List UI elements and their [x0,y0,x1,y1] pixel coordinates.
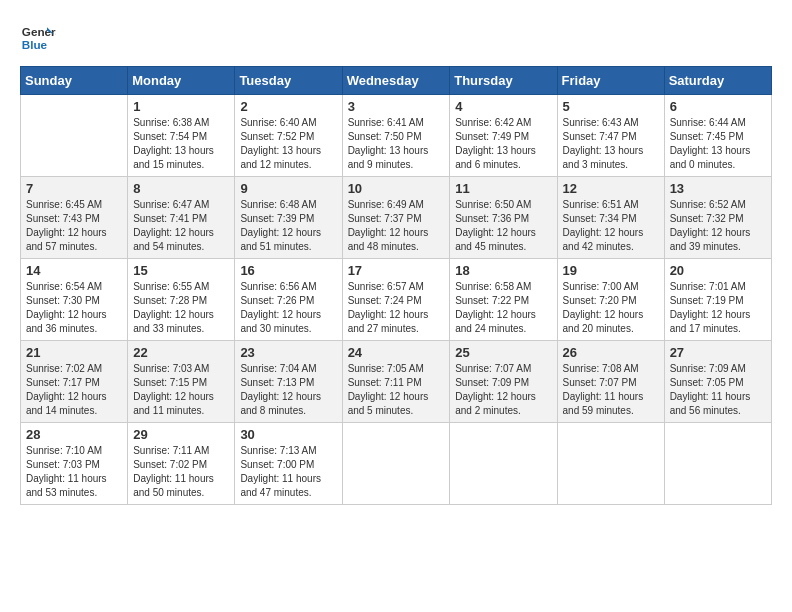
day-number: 24 [348,345,445,360]
calendar-cell: 30Sunrise: 7:13 AMSunset: 7:00 PMDayligh… [235,423,342,505]
day-info: Sunrise: 6:43 AMSunset: 7:47 PMDaylight:… [563,116,659,172]
day-info: Sunrise: 7:07 AMSunset: 7:09 PMDaylight:… [455,362,551,418]
calendar-cell: 1Sunrise: 6:38 AMSunset: 7:54 PMDaylight… [128,95,235,177]
day-number: 28 [26,427,122,442]
day-info: Sunrise: 6:49 AMSunset: 7:37 PMDaylight:… [348,198,445,254]
day-info: Sunrise: 6:44 AMSunset: 7:45 PMDaylight:… [670,116,766,172]
calendar-cell: 23Sunrise: 7:04 AMSunset: 7:13 PMDayligh… [235,341,342,423]
day-number: 3 [348,99,445,114]
calendar-cell: 3Sunrise: 6:41 AMSunset: 7:50 PMDaylight… [342,95,450,177]
day-info: Sunrise: 6:50 AMSunset: 7:36 PMDaylight:… [455,198,551,254]
day-info: Sunrise: 6:38 AMSunset: 7:54 PMDaylight:… [133,116,229,172]
day-info: Sunrise: 6:45 AMSunset: 7:43 PMDaylight:… [26,198,122,254]
day-number: 9 [240,181,336,196]
day-info: Sunrise: 6:42 AMSunset: 7:49 PMDaylight:… [455,116,551,172]
day-info: Sunrise: 6:40 AMSunset: 7:52 PMDaylight:… [240,116,336,172]
day-info: Sunrise: 6:41 AMSunset: 7:50 PMDaylight:… [348,116,445,172]
page-header: General Blue [20,20,772,56]
calendar-cell: 2Sunrise: 6:40 AMSunset: 7:52 PMDaylight… [235,95,342,177]
calendar-cell: 17Sunrise: 6:57 AMSunset: 7:24 PMDayligh… [342,259,450,341]
weekday-header-row: SundayMondayTuesdayWednesdayThursdayFrid… [21,67,772,95]
weekday-header: Sunday [21,67,128,95]
calendar-cell: 25Sunrise: 7:07 AMSunset: 7:09 PMDayligh… [450,341,557,423]
weekday-header: Wednesday [342,67,450,95]
day-number: 25 [455,345,551,360]
calendar-week-row: 21Sunrise: 7:02 AMSunset: 7:17 PMDayligh… [21,341,772,423]
day-number: 4 [455,99,551,114]
day-info: Sunrise: 6:51 AMSunset: 7:34 PMDaylight:… [563,198,659,254]
day-number: 12 [563,181,659,196]
calendar-cell [342,423,450,505]
day-number: 16 [240,263,336,278]
day-info: Sunrise: 7:04 AMSunset: 7:13 PMDaylight:… [240,362,336,418]
calendar-cell: 13Sunrise: 6:52 AMSunset: 7:32 PMDayligh… [664,177,771,259]
day-info: Sunrise: 7:13 AMSunset: 7:00 PMDaylight:… [240,444,336,500]
day-number: 15 [133,263,229,278]
calendar-cell: 15Sunrise: 6:55 AMSunset: 7:28 PMDayligh… [128,259,235,341]
weekday-header: Thursday [450,67,557,95]
day-number: 2 [240,99,336,114]
day-info: Sunrise: 7:02 AMSunset: 7:17 PMDaylight:… [26,362,122,418]
calendar-week-row: 7Sunrise: 6:45 AMSunset: 7:43 PMDaylight… [21,177,772,259]
day-info: Sunrise: 6:52 AMSunset: 7:32 PMDaylight:… [670,198,766,254]
calendar-cell: 14Sunrise: 6:54 AMSunset: 7:30 PMDayligh… [21,259,128,341]
calendar-cell: 26Sunrise: 7:08 AMSunset: 7:07 PMDayligh… [557,341,664,423]
calendar-cell: 22Sunrise: 7:03 AMSunset: 7:15 PMDayligh… [128,341,235,423]
day-info: Sunrise: 6:57 AMSunset: 7:24 PMDaylight:… [348,280,445,336]
day-number: 29 [133,427,229,442]
day-info: Sunrise: 6:48 AMSunset: 7:39 PMDaylight:… [240,198,336,254]
calendar-table: SundayMondayTuesdayWednesdayThursdayFrid… [20,66,772,505]
day-info: Sunrise: 7:01 AMSunset: 7:19 PMDaylight:… [670,280,766,336]
calendar-cell: 24Sunrise: 7:05 AMSunset: 7:11 PMDayligh… [342,341,450,423]
day-info: Sunrise: 7:00 AMSunset: 7:20 PMDaylight:… [563,280,659,336]
calendar-cell: 19Sunrise: 7:00 AMSunset: 7:20 PMDayligh… [557,259,664,341]
calendar-cell: 20Sunrise: 7:01 AMSunset: 7:19 PMDayligh… [664,259,771,341]
weekday-header: Monday [128,67,235,95]
calendar-cell: 18Sunrise: 6:58 AMSunset: 7:22 PMDayligh… [450,259,557,341]
calendar-cell [21,95,128,177]
day-info: Sunrise: 6:54 AMSunset: 7:30 PMDaylight:… [26,280,122,336]
calendar-week-row: 1Sunrise: 6:38 AMSunset: 7:54 PMDaylight… [21,95,772,177]
calendar-week-row: 14Sunrise: 6:54 AMSunset: 7:30 PMDayligh… [21,259,772,341]
day-number: 13 [670,181,766,196]
day-info: Sunrise: 7:09 AMSunset: 7:05 PMDaylight:… [670,362,766,418]
day-info: Sunrise: 7:08 AMSunset: 7:07 PMDaylight:… [563,362,659,418]
day-number: 19 [563,263,659,278]
day-info: Sunrise: 7:03 AMSunset: 7:15 PMDaylight:… [133,362,229,418]
day-number: 14 [26,263,122,278]
calendar-cell [664,423,771,505]
day-number: 6 [670,99,766,114]
weekday-header: Tuesday [235,67,342,95]
svg-text:Blue: Blue [22,38,48,51]
calendar-cell: 8Sunrise: 6:47 AMSunset: 7:41 PMDaylight… [128,177,235,259]
calendar-cell [450,423,557,505]
day-info: Sunrise: 7:10 AMSunset: 7:03 PMDaylight:… [26,444,122,500]
day-number: 5 [563,99,659,114]
day-number: 23 [240,345,336,360]
calendar-cell: 16Sunrise: 6:56 AMSunset: 7:26 PMDayligh… [235,259,342,341]
calendar-cell: 9Sunrise: 6:48 AMSunset: 7:39 PMDaylight… [235,177,342,259]
day-number: 11 [455,181,551,196]
day-info: Sunrise: 6:47 AMSunset: 7:41 PMDaylight:… [133,198,229,254]
calendar-cell: 4Sunrise: 6:42 AMSunset: 7:49 PMDaylight… [450,95,557,177]
day-number: 10 [348,181,445,196]
day-number: 18 [455,263,551,278]
calendar-cell: 29Sunrise: 7:11 AMSunset: 7:02 PMDayligh… [128,423,235,505]
day-number: 8 [133,181,229,196]
calendar-cell: 27Sunrise: 7:09 AMSunset: 7:05 PMDayligh… [664,341,771,423]
weekday-header: Friday [557,67,664,95]
calendar-cell: 6Sunrise: 6:44 AMSunset: 7:45 PMDaylight… [664,95,771,177]
day-number: 20 [670,263,766,278]
day-number: 27 [670,345,766,360]
calendar-cell: 28Sunrise: 7:10 AMSunset: 7:03 PMDayligh… [21,423,128,505]
logo: General Blue [20,20,56,56]
day-number: 30 [240,427,336,442]
calendar-cell: 10Sunrise: 6:49 AMSunset: 7:37 PMDayligh… [342,177,450,259]
day-number: 1 [133,99,229,114]
calendar-cell: 12Sunrise: 6:51 AMSunset: 7:34 PMDayligh… [557,177,664,259]
day-info: Sunrise: 6:58 AMSunset: 7:22 PMDaylight:… [455,280,551,336]
calendar-cell: 21Sunrise: 7:02 AMSunset: 7:17 PMDayligh… [21,341,128,423]
day-number: 26 [563,345,659,360]
day-info: Sunrise: 6:55 AMSunset: 7:28 PMDaylight:… [133,280,229,336]
day-info: Sunrise: 6:56 AMSunset: 7:26 PMDaylight:… [240,280,336,336]
